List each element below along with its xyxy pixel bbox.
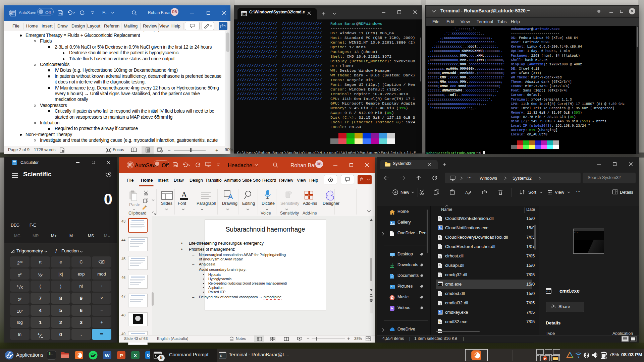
svg-text:$: $	[220, 354, 222, 358]
svg-text:X: X	[133, 353, 137, 358]
svg-text:W: W	[105, 353, 110, 358]
svg-text:A: A	[465, 190, 468, 195]
svg-text:P: P	[119, 353, 123, 358]
svg-text:C:\: C:\	[438, 283, 442, 286]
svg-text:C:\: C:\	[546, 290, 550, 293]
svg-text:C:\: C:\	[242, 13, 246, 16]
svg-text:P: P	[129, 164, 131, 167]
svg-text:A: A	[228, 192, 233, 200]
svg-text:A: A	[181, 190, 187, 199]
svg-text:W: W	[10, 12, 13, 15]
svg-text:P: P	[544, 357, 546, 360]
